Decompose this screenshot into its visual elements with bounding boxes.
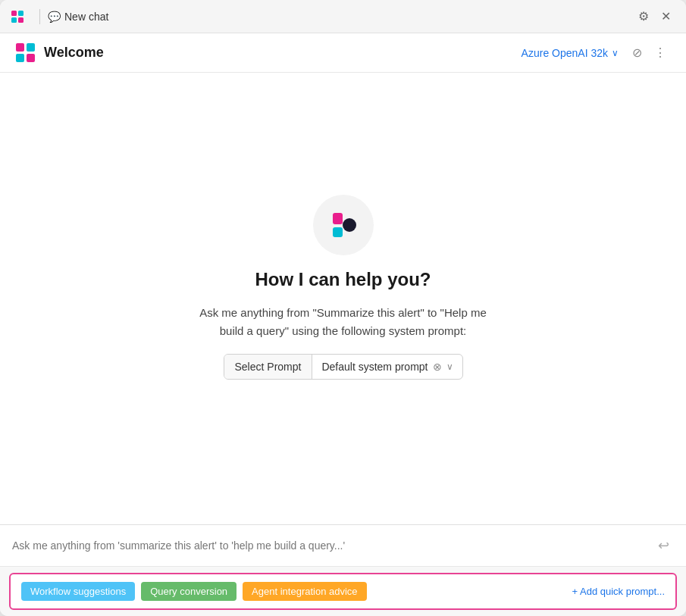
svg-rect-3	[18, 17, 23, 23]
svg-rect-2	[11, 17, 17, 23]
prompt-chevron-icon: ∨	[446, 361, 453, 372]
welcome-logo-circle	[313, 195, 374, 255]
header: Welcome Azure OpenAI 32k ∨ ⊘ ⋮	[0, 33, 686, 73]
prompt-selector[interactable]: Select Prompt Default system prompt ⊗ ∨	[224, 354, 463, 380]
model-selector-button[interactable]: Azure OpenAI 32k ∨	[515, 44, 625, 62]
chat-input[interactable]	[12, 539, 653, 552]
main-content: How I can help you? Ask me anything from…	[0, 73, 686, 524]
send-button[interactable]: ↩	[653, 534, 674, 557]
welcome-heading: How I can help you?	[255, 269, 431, 290]
bottom-area: ↩ Workflow suggestions Query conversion …	[0, 524, 686, 616]
quick-prompts-row: Workflow suggestions Query conversion Ag…	[9, 573, 677, 610]
clear-prompt-button[interactable]: ⊗	[433, 361, 442, 373]
chip-label: Agent integration advice	[252, 586, 357, 597]
app-logo-icon	[15, 42, 36, 64]
add-prompt-label: + Add quick prompt...	[572, 586, 665, 597]
model-chevron-icon: ∨	[612, 48, 619, 58]
svg-rect-7	[27, 54, 35, 62]
page-title: Welcome	[44, 45, 104, 61]
clear-icon: ⊗	[433, 361, 442, 373]
more-options-button[interactable]: ⋮	[650, 42, 671, 64]
chat-icon: 💬	[48, 11, 61, 23]
svg-rect-6	[16, 54, 24, 62]
slash-icon-button[interactable]: ⊘	[628, 42, 647, 64]
settings-button[interactable]: ⚙	[634, 6, 653, 27]
welcome-subtext: Ask me anything from "Summarize this ale…	[199, 304, 487, 340]
svg-rect-1	[18, 11, 23, 16]
prompt-text: Default system prompt	[321, 361, 428, 373]
titlebar-title: New chat	[64, 11, 108, 23]
close-button[interactable]: ✕	[656, 6, 675, 27]
titlebar: 💬 New chat ⚙ ✕	[0, 0, 686, 33]
send-icon: ↩	[658, 538, 669, 553]
chip-workflow-suggestions[interactable]: Workflow suggestions	[21, 582, 135, 601]
slash-icon: ⊘	[632, 46, 642, 59]
titlebar-divider	[39, 9, 40, 24]
chip-query-conversion[interactable]: Query conversion	[141, 582, 236, 601]
welcome-section: How I can help you? Ask me anything from…	[199, 195, 487, 380]
svg-rect-4	[16, 43, 24, 52]
titlebar-logo-icon	[11, 10, 24, 23]
svg-rect-0	[11, 11, 17, 16]
svg-point-10	[343, 218, 356, 232]
input-row: ↩	[0, 525, 686, 567]
select-prompt-label: Select Prompt	[224, 355, 313, 379]
svg-rect-5	[27, 43, 35, 52]
more-icon: ⋮	[654, 46, 666, 59]
selected-prompt-value[interactable]: Default system prompt ⊗ ∨	[312, 355, 462, 379]
model-label: Azure OpenAI 32k	[522, 47, 608, 59]
chip-label: Workflow suggestions	[30, 586, 126, 597]
app-window: 💬 New chat ⚙ ✕ Welcome Azure OpenAI 32k …	[0, 0, 686, 616]
chip-label: Query conversion	[150, 586, 227, 597]
add-quick-prompt-button[interactable]: + Add quick prompt...	[572, 586, 665, 597]
svg-rect-9	[333, 227, 343, 237]
chip-agent-integration[interactable]: Agent integration advice	[243, 582, 366, 601]
svg-rect-8	[333, 213, 343, 224]
